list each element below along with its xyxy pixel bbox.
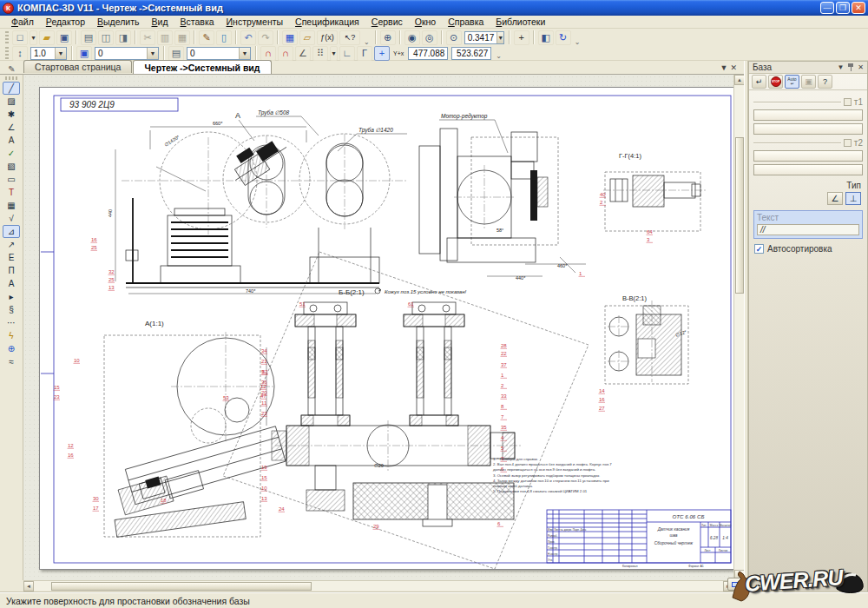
local-cs-icon[interactable]: ∟ xyxy=(339,46,355,61)
menu-редактор[interactable]: Редактор xyxy=(40,17,91,27)
text-section[interactable]: Текст // xyxy=(753,210,863,239)
view-combo[interactable]: 0▼ xyxy=(187,47,251,60)
auto-centerline-icon[interactable]: ϟ xyxy=(3,329,20,342)
menu-окно[interactable]: Окно xyxy=(409,17,442,27)
print-icon[interactable]: ▤ xyxy=(81,30,96,45)
refresh-view-icon[interactable]: ↻ xyxy=(556,30,571,45)
copy-properties-icon[interactable]: ✎ xyxy=(199,30,214,45)
panel-pin-icon[interactable] xyxy=(847,63,854,71)
datum-slanted-icon[interactable]: ∠ xyxy=(827,192,843,205)
text-t-icon[interactable]: Т xyxy=(3,186,20,199)
slope-icon[interactable]: ∠ xyxy=(295,46,311,61)
leader-icon[interactable]: ↗ xyxy=(3,238,20,251)
paste-icon[interactable]: ▦ xyxy=(174,30,190,45)
tab-close-button[interactable]: ✕ xyxy=(730,63,737,72)
document-tab-1[interactable]: Чертеж ->Системный вид xyxy=(133,60,271,74)
document-send-icon[interactable]: ◨ xyxy=(115,30,131,45)
panel-close-icon[interactable]: ✕ xyxy=(858,63,864,71)
zoom-area-icon[interactable]: ◉ xyxy=(404,30,420,45)
menu-файл[interactable]: Файл xyxy=(5,17,40,27)
menu-сервис[interactable]: Сервис xyxy=(365,17,409,27)
dimensions-tool-icon[interactable]: ▨ xyxy=(3,95,20,108)
wavy-line-icon[interactable]: ≈ xyxy=(3,355,20,368)
compact-panel-grip[interactable] xyxy=(5,76,17,80)
zoom-scale-combo[interactable]: 0.3417▼ xyxy=(464,31,504,44)
zoom-scale-icon[interactable]: ⊙ xyxy=(446,30,462,45)
drawing-sheet[interactable]: 93 909 2Ц9 xyxy=(39,87,733,570)
variables-icon[interactable]: ▦ xyxy=(282,30,298,45)
minimized-panel-button[interactable]: Зн xyxy=(727,578,752,591)
tolerance-frame-icon[interactable]: П xyxy=(3,264,20,277)
cut-icon[interactable]: ✂ xyxy=(140,30,155,45)
object-style-icon[interactable]: ▯ xyxy=(216,30,232,45)
layer-combo[interactable]: 0▼ xyxy=(95,47,159,60)
toolbar-overflow-icon[interactable]: ⌄ xyxy=(496,52,502,60)
document-tab-0[interactable]: Стартовая страница xyxy=(23,60,132,73)
menu-спецификация[interactable]: Спецификация xyxy=(289,17,365,27)
vertical-scale-icon[interactable]: ↕ xyxy=(12,46,28,61)
toolbar-grip[interactable] xyxy=(5,47,9,59)
drawing-canvas[interactable]: 93 909 2Ц9 xyxy=(23,75,733,580)
detail-callout-icon[interactable]: § xyxy=(3,303,20,316)
ortho-icon[interactable]: Г xyxy=(357,46,372,61)
vertical-scroll-thumb[interactable] xyxy=(735,137,744,294)
library-manager-icon[interactable]: ▱ xyxy=(299,30,315,45)
toolbar-overflow-icon[interactable]: ⌄ xyxy=(364,38,370,46)
autosort-checkbox[interactable]: ✓ xyxy=(754,244,764,254)
coord-x-field[interactable]: 477.088 xyxy=(408,47,448,60)
grid-dropdown[interactable]: ▾ xyxy=(330,46,338,61)
horizontal-scrollbar[interactable]: ◄ ► xyxy=(23,580,733,591)
menu-инструменты[interactable]: Инструменты xyxy=(220,17,289,27)
mark-e-icon[interactable]: Е xyxy=(3,251,20,264)
point1-x-input[interactable] xyxy=(753,109,863,121)
text-a-icon[interactable]: А xyxy=(3,134,20,147)
show-properties-button[interactable]: ▣ xyxy=(801,75,816,89)
new-document-dropdown[interactable]: ▾ xyxy=(30,30,37,45)
panel-help-button[interactable]: ? xyxy=(818,75,832,89)
centerline-icon[interactable]: ⋯ xyxy=(3,316,20,329)
create-object-button[interactable]: ↵ xyxy=(752,75,766,89)
point2-x-input[interactable] xyxy=(753,150,863,162)
context-help-icon[interactable]: ↖? xyxy=(339,30,360,45)
snap-magnet-icon[interactable]: ∩ xyxy=(260,46,276,61)
reference-point-icon[interactable]: ⊕ xyxy=(3,342,20,355)
layers-icon[interactable]: ▣ xyxy=(76,46,92,61)
undo-icon[interactable]: ↶ xyxy=(240,30,256,45)
zoom-scale-combo-dropdown-icon[interactable]: ▼ xyxy=(496,32,503,43)
vertical-scrollbar[interactable]: ▲ ▼ xyxy=(733,75,744,580)
horizontal-scroll-thumb[interactable] xyxy=(51,582,312,591)
close-button[interactable]: ✕ xyxy=(852,2,865,14)
view-arrow-icon[interactable]: ▸ xyxy=(3,290,20,303)
roughness-icon[interactable]: √ xyxy=(3,212,20,225)
view-combo-dropdown-icon[interactable]: ▼ xyxy=(239,48,250,59)
minimize-button[interactable]: — xyxy=(820,2,834,14)
datum-icon[interactable]: ⊿ xyxy=(3,225,20,238)
open-icon[interactable]: ▰ xyxy=(39,30,55,45)
sheet-tool-icon[interactable]: ▭ xyxy=(3,173,20,186)
redo-icon[interactable]: ↷ xyxy=(258,30,273,45)
designations-tool-icon[interactable]: ✱ xyxy=(3,108,20,121)
menu-вставка[interactable]: Вставка xyxy=(174,17,220,27)
copy-icon[interactable]: ▥ xyxy=(157,30,173,45)
point2-y-input[interactable] xyxy=(753,164,863,175)
zoom-selection-icon[interactable]: ◎ xyxy=(422,30,437,45)
section-line-icon[interactable]: A xyxy=(3,277,20,290)
panel-menu-icon[interactable]: ▼ xyxy=(837,63,844,71)
auto-create-button[interactable]: Auto↵ xyxy=(785,75,799,89)
toolbar-grip[interactable] xyxy=(5,31,9,43)
menu-вид[interactable]: Вид xyxy=(146,17,174,27)
interrupt-command-button[interactable]: STOP xyxy=(768,75,783,89)
angle-measure-icon[interactable]: ∠ xyxy=(3,121,20,134)
zoom-in-icon[interactable]: ⊕ xyxy=(380,30,396,45)
point1-y-input[interactable] xyxy=(753,123,863,135)
print-preview-icon[interactable]: ◫ xyxy=(98,30,114,45)
snap-toggle-icon[interactable]: + xyxy=(374,46,390,61)
toolbar-overflow-icon[interactable]: ⌄ xyxy=(575,38,581,46)
tab-list-dropdown[interactable]: ▼ xyxy=(720,63,728,72)
table-icon[interactable]: ▦ xyxy=(3,199,20,212)
line-scale-combo[interactable]: 1.0▼ xyxy=(30,47,67,60)
check-icon[interactable]: ✓ xyxy=(3,147,20,160)
layer-combo-dropdown-icon[interactable]: ▼ xyxy=(147,48,158,59)
menu-библиотеки[interactable]: Библиотеки xyxy=(490,17,551,27)
rebuild-icon[interactable]: ◧ xyxy=(538,30,554,45)
